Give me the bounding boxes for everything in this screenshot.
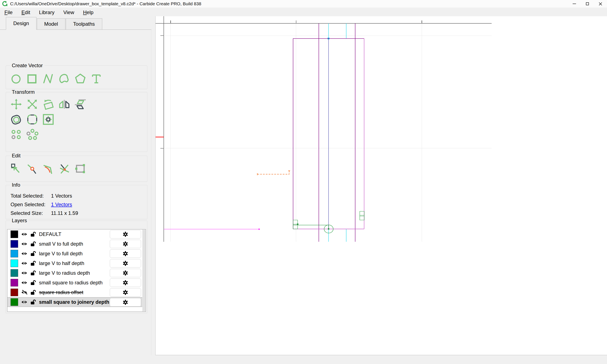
- layer-row-large-v-full[interactable]: large V to full depth: [7, 249, 146, 259]
- join-vectors-icon: [26, 162, 39, 175]
- move-tool-button[interactable]: [10, 98, 23, 111]
- maximize-button[interactable]: [581, 0, 594, 8]
- tab-design[interactable]: Design: [6, 17, 37, 30]
- create-polygon-button[interactable]: [74, 72, 87, 85]
- eye-icon[interactable]: [21, 251, 27, 256]
- fillet-vertex-button[interactable]: [42, 162, 55, 175]
- layer-settings-button[interactable]: [110, 278, 141, 287]
- minimize-button[interactable]: [568, 0, 581, 8]
- offset-path-icon: [10, 113, 23, 126]
- unlock-icon[interactable]: [30, 280, 36, 286]
- fillet-corners-button[interactable]: [26, 113, 39, 126]
- layer-settings-button[interactable]: [110, 230, 141, 238]
- layer-row-large-v-half[interactable]: large V to half depth: [7, 259, 146, 268]
- scale-icon: [26, 98, 39, 111]
- layer-settings-button[interactable]: [110, 298, 141, 307]
- create-curve-button[interactable]: [58, 72, 71, 85]
- layer-name[interactable]: large V to full depth: [39, 251, 83, 257]
- grid-array-button[interactable]: [10, 128, 23, 141]
- node-edit-button[interactable]: [10, 162, 23, 175]
- tab-toolpaths[interactable]: Toolpaths: [66, 18, 102, 29]
- info-open-selected-link[interactable]: 1 Vectors: [51, 202, 72, 208]
- layer-row-large-v-radius[interactable]: large V to radius depth: [7, 268, 146, 278]
- eye-slash-icon[interactable]: [21, 290, 27, 295]
- layer-color-swatch[interactable]: [11, 260, 18, 267]
- menu-file[interactable]: File: [0, 8, 17, 17]
- layer-color-swatch[interactable]: [11, 279, 18, 286]
- unlock-icon[interactable]: [30, 251, 36, 256]
- unlock-icon[interactable]: [30, 299, 36, 305]
- layers-scrollbar-thumb[interactable]: [143, 230, 145, 311]
- unlock-icon[interactable]: [30, 290, 36, 295]
- info-total-selected-label: Total Selected:: [11, 193, 51, 199]
- layers-scrollbar[interactable]: [142, 229, 146, 312]
- layer-name[interactable]: small square to radius depth: [39, 280, 103, 286]
- carbide-create-logo-icon: [2, 1, 8, 7]
- layer-color-swatch[interactable]: [11, 289, 18, 296]
- layer-settings-button[interactable]: [110, 249, 141, 258]
- tab-model[interactable]: Model: [37, 18, 65, 29]
- eye-icon[interactable]: [21, 232, 27, 236]
- eye-icon[interactable]: [21, 280, 27, 285]
- scale-tool-button[interactable]: [26, 98, 39, 111]
- layer-name[interactable]: large V to half depth: [39, 260, 84, 266]
- layer-name[interactable]: large V to radius depth: [39, 270, 90, 276]
- create-circle-button[interactable]: [10, 72, 23, 85]
- layer-color-swatch[interactable]: [11, 250, 18, 257]
- boolean-edit-button[interactable]: [74, 162, 87, 175]
- menu-library[interactable]: Library: [35, 8, 59, 17]
- joinery-circle-center-node[interactable]: [328, 228, 330, 230]
- layer-color-swatch[interactable]: [11, 240, 18, 248]
- inset-nest-button[interactable]: [42, 113, 55, 126]
- layer-color-swatch[interactable]: [11, 269, 18, 277]
- menu-edit[interactable]: Edit: [17, 8, 35, 17]
- info-title: Info: [10, 182, 22, 188]
- layer-row-small-square-joinery[interactable]: small square to joinery depth: [7, 297, 146, 307]
- layer-row-square-radius-offset[interactable]: square radius offset: [7, 287, 146, 297]
- layer-name[interactable]: DEFAULT: [39, 231, 61, 237]
- layer-row-small-square-radius[interactable]: small square to radius depth: [7, 278, 146, 287]
- create-text-button[interactable]: [90, 72, 103, 85]
- close-icon: [599, 2, 602, 5]
- layer-name[interactable]: small V to full depth: [39, 241, 83, 247]
- layer-settings-button[interactable]: [110, 269, 141, 277]
- rotate-tool-button[interactable]: [42, 98, 55, 111]
- layer-color-swatch[interactable]: [11, 298, 18, 306]
- create-polyline-button[interactable]: [42, 72, 55, 85]
- close-button[interactable]: [594, 0, 607, 8]
- gear-icon: [123, 290, 128, 295]
- unlock-icon[interactable]: [30, 270, 36, 276]
- align-tool-button[interactable]: [74, 98, 87, 111]
- gear-icon: [123, 299, 128, 305]
- eye-icon[interactable]: [21, 261, 27, 266]
- layer-color-swatch[interactable]: [11, 231, 18, 238]
- unlock-icon[interactable]: [30, 241, 36, 247]
- offset-path-button[interactable]: [10, 113, 23, 126]
- canvas-drawing: [156, 16, 607, 355]
- eye-icon[interactable]: [21, 271, 27, 275]
- join-vectors-button[interactable]: [26, 162, 39, 175]
- layer-row-default[interactable]: DEFAULT: [7, 229, 146, 239]
- magenta-line-endpoint[interactable]: [258, 229, 260, 230]
- layer-settings-button[interactable]: [110, 240, 141, 248]
- layer-settings-button[interactable]: [110, 259, 141, 268]
- eye-icon[interactable]: [21, 300, 27, 304]
- unlock-icon[interactable]: [30, 260, 36, 266]
- circular-array-button[interactable]: [26, 128, 39, 141]
- menu-help[interactable]: Help: [79, 8, 98, 17]
- unlock-icon[interactable]: [30, 232, 36, 237]
- eye-icon[interactable]: [21, 242, 27, 246]
- circle-icon: [10, 72, 23, 85]
- layer-name[interactable]: small square to joinery depth: [39, 299, 109, 305]
- trim-vectors-button[interactable]: [58, 162, 71, 175]
- joinery-node[interactable]: [297, 223, 298, 225]
- menu-view[interactable]: View: [59, 8, 79, 17]
- layer-settings-button[interactable]: [110, 288, 141, 297]
- mirror-tool-button[interactable]: [58, 98, 71, 111]
- layer-name[interactable]: square radius offset: [39, 289, 83, 295]
- design-canvas[interactable]: [155, 16, 607, 355]
- polygon-icon: [74, 72, 87, 85]
- create-rectangle-button[interactable]: [26, 72, 39, 85]
- layer-row-small-v-full[interactable]: small V to full depth: [7, 239, 146, 249]
- create-vector-section: Create Vector: [6, 65, 147, 89]
